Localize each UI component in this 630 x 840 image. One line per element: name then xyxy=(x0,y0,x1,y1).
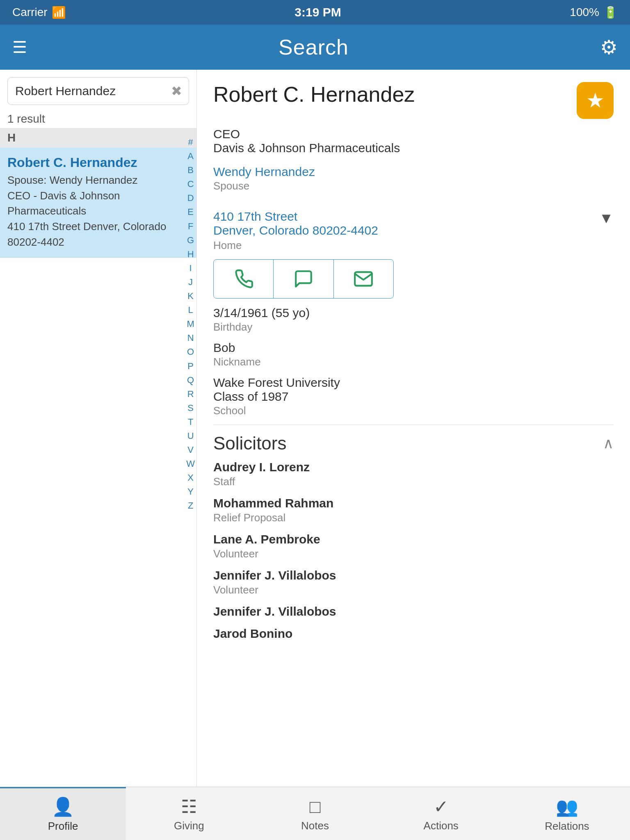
solicitor-name-4: Jennifer J. Villalobos xyxy=(213,605,614,619)
clear-search-icon[interactable]: ✖ xyxy=(171,83,182,99)
alpha-letter-S[interactable]: S xyxy=(187,401,194,415)
alpha-letter-G[interactable]: G xyxy=(187,233,194,247)
alpha-letter-M[interactable]: M xyxy=(187,317,194,331)
gear-icon[interactable]: ⚙ xyxy=(600,36,618,59)
search-box: ✖ xyxy=(7,77,189,105)
status-left: Carrier 📶 xyxy=(12,6,66,19)
carrier-label: Carrier xyxy=(12,6,48,19)
time-label: 3:19 PM xyxy=(294,5,341,19)
alpha-letter-T[interactable]: T xyxy=(188,415,193,429)
solicitor-item: Audrey I. Lorenz Staff xyxy=(213,460,614,488)
left-panel: ✖ 1 result H Robert C. Hernandez Spouse:… xyxy=(0,70,197,787)
nickname-label: Nickname xyxy=(213,356,614,368)
birthday-value: 3/14/1961 (55 yo) xyxy=(213,306,614,320)
address-lines: 410 17th Street Denver, Colorado 80202-4… xyxy=(213,210,378,252)
solicitor-name-5: Jarod Bonino xyxy=(213,627,614,641)
profile-tab-label: Profile xyxy=(48,820,78,833)
alpha-letter-Z[interactable]: Z xyxy=(188,499,193,513)
message-icon xyxy=(293,269,314,289)
alpha-letter-D[interactable]: D xyxy=(187,191,194,205)
alpha-letter-F[interactable]: F xyxy=(188,219,193,233)
alpha-letter-K[interactable]: K xyxy=(187,289,194,303)
menu-icon[interactable]: ☰ xyxy=(12,38,27,57)
spouse-field: Wendy Hernandez Spouse xyxy=(213,165,614,192)
contact-detail-line3: 410 17th Street Denver, Colorado 80202-4… xyxy=(7,219,189,250)
profile-name: Robert C. Hernandez xyxy=(213,82,415,107)
spouse-name[interactable]: Wendy Hernandez xyxy=(213,165,614,179)
solicitor-item: Jennifer J. Villalobos xyxy=(213,605,614,619)
relations-tab-label: Relations xyxy=(545,820,589,833)
tab-actions[interactable]: ✓ Actions xyxy=(378,787,504,840)
email-icon xyxy=(353,269,374,289)
alpha-index: #ABCDEFGHIJKLMNOPQRSTUVWXYZ xyxy=(186,135,195,513)
solicitor-item: Jennifer J. Villalobos Volunteer xyxy=(213,568,614,596)
solicitor-item: Jarod Bonino xyxy=(213,627,614,641)
alpha-letter-H[interactable]: H xyxy=(187,247,194,261)
address-line1[interactable]: 410 17th Street xyxy=(213,210,378,224)
tab-bar: 👤 Profile ☷ Giving □ Notes ✓ Actions 👥 R… xyxy=(0,787,630,840)
alpha-letter-C[interactable]: C xyxy=(187,177,194,191)
message-button[interactable] xyxy=(274,260,333,298)
alpha-letter-N[interactable]: N xyxy=(187,331,194,345)
address-chevron-icon[interactable]: ▼ xyxy=(599,210,614,227)
collapse-icon[interactable]: ∧ xyxy=(603,435,614,452)
alpha-letter-V[interactable]: V xyxy=(187,443,194,457)
alpha-letter-W[interactable]: W xyxy=(186,457,195,471)
profile-tab-icon: 👤 xyxy=(52,796,74,817)
phone-icon xyxy=(233,269,254,289)
alpha-letter-L[interactable]: L xyxy=(188,303,193,317)
giving-tab-label: Giving xyxy=(174,819,204,832)
school-name: Wake Forest University xyxy=(213,376,614,390)
solicitor-item: Lane A. Pembroke Volunteer xyxy=(213,532,614,560)
page-title: Search xyxy=(278,35,349,59)
alpha-letter-E[interactable]: E xyxy=(187,205,194,219)
tab-relations[interactable]: 👥 Relations xyxy=(504,787,630,840)
address-line2[interactable]: Denver, Colorado 80202-4402 xyxy=(213,224,378,237)
birthday-row: 3/14/1961 (55 yo) Birthday xyxy=(213,306,614,333)
search-box-container: ✖ xyxy=(0,70,196,109)
search-input[interactable] xyxy=(15,84,171,98)
alpha-letter-P[interactable]: P xyxy=(187,359,194,373)
alpha-section-header: H xyxy=(0,128,196,148)
alpha-letter-U[interactable]: U xyxy=(187,429,194,443)
main-content: ✖ 1 result H Robert C. Hernandez Spouse:… xyxy=(0,70,630,787)
email-button[interactable] xyxy=(334,260,393,298)
alpha-letter-Y[interactable]: Y xyxy=(187,485,194,499)
alpha-letter-A[interactable]: A xyxy=(187,149,194,163)
alpha-letter-J[interactable]: J xyxy=(188,275,193,289)
alpha-letter-Q[interactable]: Q xyxy=(187,373,194,387)
tab-giving[interactable]: ☷ Giving xyxy=(126,787,252,840)
solicitor-role-3: Volunteer xyxy=(213,584,614,596)
tab-profile[interactable]: 👤 Profile xyxy=(0,787,126,840)
profile-company: Davis & Johnson Pharmaceuticals xyxy=(213,141,614,155)
school-class: Class of 1987 xyxy=(213,390,614,404)
address-block: 410 17th Street Denver, Colorado 80202-4… xyxy=(213,210,614,252)
alpha-letter-B[interactable]: B xyxy=(187,163,194,177)
actions-tab-label: Actions xyxy=(424,819,459,832)
alpha-letter-X[interactable]: X xyxy=(187,471,194,485)
alpha-letter-I[interactable]: I xyxy=(189,261,192,275)
solicitor-name-0: Audrey I. Lorenz xyxy=(213,460,614,474)
contact-detail-line2: CEO - Davis & Johnson Pharmaceuticals xyxy=(7,188,189,219)
profile-title: CEO xyxy=(213,127,614,141)
school-row: Wake Forest University Class of 1987 Sch… xyxy=(213,376,614,417)
contact-list-item[interactable]: Robert C. Hernandez Spouse: Wendy Hernan… xyxy=(0,148,196,258)
solicitor-role-0: Staff xyxy=(213,475,614,488)
favorite-button[interactable]: ★ xyxy=(577,82,614,119)
spouse-label: Spouse xyxy=(213,180,614,192)
alpha-letter-#[interactable]: # xyxy=(188,135,193,149)
right-panel: Robert C. Hernandez ★ CEO Davis & Johnso… xyxy=(197,70,630,787)
alpha-letter-R[interactable]: R xyxy=(187,387,194,401)
relations-tab-icon: 👥 xyxy=(556,796,578,817)
solicitors-title: Solicitors xyxy=(213,433,287,454)
star-icon: ★ xyxy=(586,89,605,112)
solicitors-section-header: Solicitors ∧ xyxy=(213,425,614,460)
giving-tab-icon: ☷ xyxy=(181,796,197,817)
solicitor-name-3: Jennifer J. Villalobos xyxy=(213,568,614,582)
contact-name: Robert C. Hernandez xyxy=(7,155,189,170)
status-bar: Carrier 📶 3:19 PM 100% 🔋 xyxy=(0,0,630,25)
tab-notes[interactable]: □ Notes xyxy=(252,787,378,840)
nickname-row: Bob Nickname xyxy=(213,341,614,368)
alpha-letter-O[interactable]: O xyxy=(187,345,194,359)
phone-button[interactable] xyxy=(214,260,274,298)
